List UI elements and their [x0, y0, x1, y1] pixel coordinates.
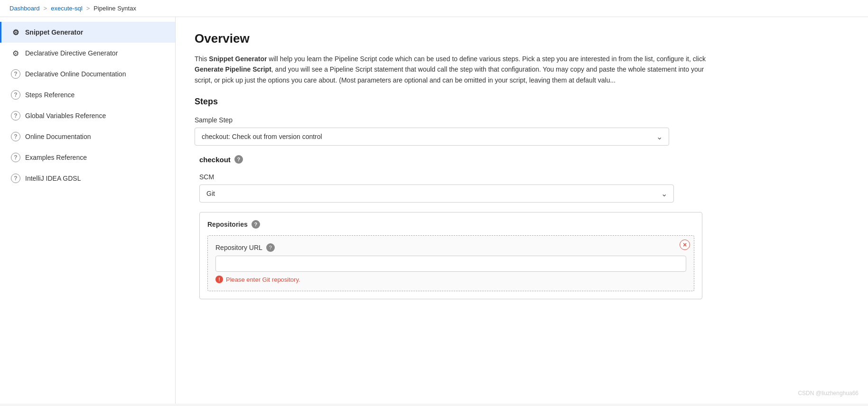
error-icon: ! — [215, 276, 223, 283]
question-icon-3: ? — [11, 111, 20, 120]
page-title: Overview — [195, 31, 849, 46]
desc-bold2: Generate Pipeline Script — [195, 65, 271, 73]
checkout-help-icon[interactable]: ? — [234, 155, 243, 164]
checkout-text: checkout — [199, 156, 231, 164]
sidebar-item-label: Declarative Directive Generator — [25, 49, 118, 57]
overview-description: This Snippet Generator will help you lea… — [195, 54, 717, 85]
sidebar-item-online-documentation[interactable]: ? Online Documentation — [0, 126, 175, 147]
question-icon-1: ? — [11, 69, 20, 79]
sample-step-group: Sample Step checkout: Check out from ver… — [195, 116, 849, 146]
scm-select-wrapper: Git Subversion None ⌄ — [199, 185, 674, 203]
sidebar-item-snippet-generator[interactable]: ⚙ Snippet Generator — [0, 22, 175, 43]
desc-part1: This — [195, 55, 209, 63]
checkout-label: checkout ? — [199, 155, 849, 164]
question-icon-6: ? — [11, 174, 20, 183]
sidebar-item-declarative-directive[interactable]: ⚙ Declarative Directive Generator — [0, 43, 175, 64]
question-icon-5: ? — [11, 153, 20, 162]
gear-icon-2: ⚙ — [11, 48, 20, 58]
sidebar: ⚙ Snippet Generator ⚙ Declarative Direct… — [0, 17, 176, 404]
repositories-section: Repositories ? × Repository URL ? ! Plea… — [199, 212, 702, 299]
sidebar-item-label: IntelliJ IDEA GDSL — [25, 175, 81, 182]
scm-group: SCM Git Subversion None ⌄ — [199, 173, 849, 203]
sidebar-item-steps-reference[interactable]: ? Steps Reference — [0, 84, 175, 105]
main-layout: ⚙ Snippet Generator ⚙ Declarative Direct… — [0, 17, 868, 404]
breadcrumb-sep-1: > — [44, 5, 47, 12]
sidebar-item-intellij-gdsl[interactable]: ? IntelliJ IDEA GDSL — [0, 168, 175, 189]
sidebar-item-label: Steps Reference — [25, 91, 75, 99]
main-content: Overview This Snippet Generator will hel… — [176, 17, 868, 404]
repository-box: × Repository URL ? ! Please enter Git re… — [207, 235, 694, 291]
gear-icon: ⚙ — [11, 28, 20, 37]
desc-bold1: Snippet Generator — [209, 55, 267, 63]
sample-step-label: Sample Step — [195, 116, 849, 124]
repositories-label-text: Repositories — [207, 221, 248, 228]
repo-url-error: ! Please enter Git repository. — [215, 276, 686, 283]
sidebar-item-global-variables[interactable]: ? Global Variables Reference — [0, 105, 175, 126]
repo-url-label: Repository URL ? — [215, 243, 686, 252]
sidebar-item-declarative-online-docs[interactable]: ? Declarative Online Documentation — [0, 64, 175, 84]
repositories-title: Repositories ? — [207, 220, 694, 229]
desc-part3: , and you will see a Pipeline Script sta… — [195, 65, 704, 83]
steps-section-title: Steps — [195, 97, 849, 107]
sidebar-item-label: Snippet Generator — [25, 28, 83, 36]
breadcrumb-bar: Dashboard > execute-sql > Pipeline Synta… — [0, 0, 868, 17]
scm-select[interactable]: Git Subversion None — [199, 185, 674, 203]
sidebar-item-label: Examples Reference — [25, 154, 87, 161]
breadcrumb-execute-sql[interactable]: execute-sql — [51, 5, 82, 12]
question-icon-2: ? — [11, 90, 20, 100]
sidebar-item-label: Declarative Online Documentation — [25, 70, 126, 78]
sample-step-select[interactable]: checkout: Check out from version control… — [195, 128, 669, 146]
repo-url-label-text: Repository URL — [215, 244, 262, 251]
breadcrumb-current: Pipeline Syntax — [93, 5, 136, 12]
scm-label: SCM — [199, 173, 849, 181]
question-icon-4: ? — [11, 132, 20, 141]
repositories-help-icon[interactable]: ? — [252, 220, 260, 229]
checkout-section: checkout ? SCM Git Subversion None ⌄ — [195, 155, 849, 299]
breadcrumb-dashboard[interactable]: Dashboard — [9, 5, 40, 12]
repo-close-button[interactable]: × — [680, 240, 690, 250]
sidebar-item-label: Online Documentation — [25, 133, 91, 140]
breadcrumb-sep-2: > — [86, 5, 90, 12]
desc-part2: will help you learn the Pipeline Script … — [267, 55, 705, 63]
repo-url-help-icon[interactable]: ? — [266, 243, 275, 252]
sidebar-item-label: Global Variables Reference — [25, 112, 106, 120]
sample-step-select-wrapper: checkout: Check out from version control… — [195, 128, 669, 146]
error-text: Please enter Git repository. — [226, 276, 300, 283]
repo-url-input[interactable] — [215, 256, 686, 272]
sidebar-item-examples-reference[interactable]: ? Examples Reference — [0, 147, 175, 168]
